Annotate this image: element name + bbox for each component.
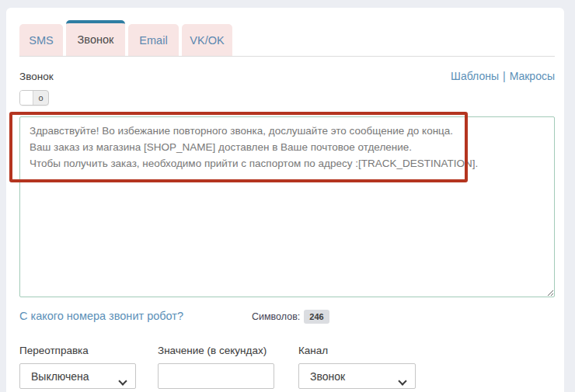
tab-call[interactable]: Звонок bbox=[66, 20, 125, 56]
channel-tabs: SMS Звонок Email VK/OK bbox=[19, 20, 555, 57]
tab-email[interactable]: Email bbox=[128, 24, 179, 56]
resend-field: Переотправка Выключена bbox=[19, 345, 136, 389]
macros-link[interactable]: Макросы bbox=[510, 70, 555, 82]
symbols-count-badge: 246 bbox=[304, 310, 329, 324]
symbols-label: Символов: bbox=[252, 311, 300, 322]
meta-row: С какого номера звонит робот? Символов: … bbox=[19, 309, 555, 324]
tab-sms[interactable]: SMS bbox=[19, 24, 63, 56]
channel-select[interactable]: Звонок bbox=[298, 363, 416, 389]
symbols-counter: Символов: 246 bbox=[252, 310, 329, 324]
message-editor-card: SMS Звонок Email VK/OK Звонок Шаблоны|Ма… bbox=[6, 8, 564, 392]
channel-label: Канал bbox=[298, 345, 416, 356]
toggle-handle bbox=[20, 91, 33, 105]
links-separator: | bbox=[503, 70, 506, 82]
section-header: Звонок Шаблоны|Макросы bbox=[19, 70, 555, 82]
tab-vkok[interactable]: VK/OK bbox=[182, 24, 232, 56]
message-text-input[interactable]: Здравствуйте! Во избежание повторного зв… bbox=[19, 116, 555, 297]
header-links: Шаблоны|Макросы bbox=[451, 70, 555, 82]
robot-number-link[interactable]: С какого номера звонит робот? bbox=[19, 310, 183, 322]
templates-link[interactable]: Шаблоны bbox=[451, 70, 499, 82]
channel-field: Канал Звонок bbox=[298, 345, 416, 389]
seconds-label: Значение (в секундах) bbox=[158, 345, 274, 356]
section-label: Звонок bbox=[19, 71, 54, 82]
settings-form-row: Переотправка Выключена Значение (в секун… bbox=[19, 345, 555, 389]
toggle-state-label: o bbox=[33, 91, 48, 105]
resend-select[interactable]: Выключена bbox=[19, 363, 136, 389]
call-enabled-toggle[interactable]: o bbox=[19, 90, 49, 106]
seconds-field: Значение (в секундах) bbox=[158, 345, 274, 389]
resend-label: Переотправка bbox=[19, 345, 136, 356]
seconds-input[interactable] bbox=[158, 363, 274, 389]
